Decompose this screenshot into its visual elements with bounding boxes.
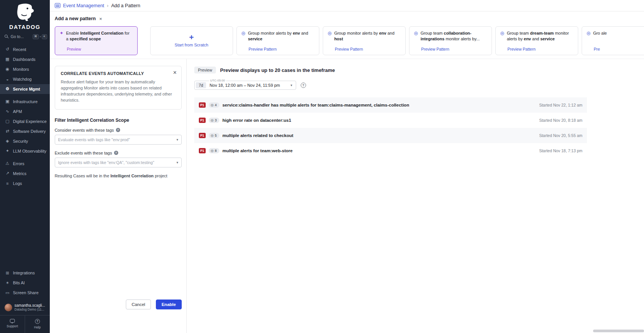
- preview-pattern-link[interactable]: Preview Pattern: [249, 47, 277, 51]
- case-title: high error rate on datacenter:us1: [222, 118, 291, 123]
- sidebar-item-label: Infrastructure: [13, 99, 38, 104]
- sidebar-item-integrations[interactable]: ⊞ Integrations: [0, 268, 50, 278]
- pattern-card-title: Enable Intelligent Correlation for a spe…: [66, 30, 133, 42]
- help-button[interactable]: ? Help: [25, 315, 50, 333]
- help-icon[interactable]: ?: [301, 83, 306, 88]
- sidebar-item-dashboards[interactable]: ▦ Dashboards: [0, 54, 50, 64]
- event-management-icon: [55, 3, 60, 8]
- correlation-panel: CORRELATE EVENTS AUTOMATICALLY × Reduce …: [50, 59, 187, 333]
- monitor-gauge-icon: ◎: [587, 30, 590, 36]
- software-delivery-icon: ⇄: [5, 129, 10, 134]
- case-row[interactable]: P1 ◎ 3 high error rate on datacenter:us1…: [194, 113, 587, 128]
- timeframe-shortcut-badge[interactable]: 7d: [196, 82, 206, 88]
- nav-group-products: ▣ Infrastructure ∿ APM ▢ Digital Experie…: [0, 97, 50, 156]
- pattern-card-title: Start from Scratch: [174, 42, 208, 48]
- sidebar-item-service-mgmt[interactable]: ⚙ Service Mgmt: [0, 84, 50, 94]
- goto-shortcut: ⌘ + K: [33, 34, 47, 39]
- sidebar-item-label: Logs: [13, 181, 22, 186]
- consider-tags-select[interactable]: Evaluate events with tags like "env:prod…: [55, 135, 182, 145]
- nav-group-main: ↺ Recent ▦ Dashboards ◉ Monitors ◒: [0, 45, 50, 94]
- panel-actions: Cancel Enable: [126, 300, 182, 309]
- monitor-count-badge: ◎ 3: [209, 118, 219, 123]
- add-pattern-header: Add a new pattern ×: [50, 11, 644, 26]
- correlate-events-description: Reduce alert fatigue for your team by au…: [61, 79, 176, 104]
- pattern-card-title: Gro ale: [593, 30, 607, 36]
- sidebar-item-recent[interactable]: ↺ Recent: [0, 45, 50, 54]
- exclude-tags-select[interactable]: Ignore events with tags like "env:QA", "…: [55, 158, 182, 167]
- cancel-button[interactable]: Cancel: [126, 300, 151, 309]
- card-content: ◎ Group monitor alerts by env and servic…: [241, 30, 314, 42]
- alert-count: 5: [215, 134, 217, 137]
- correlate-events-title: CORRELATE EVENTS AUTOMATICALLY: [61, 71, 176, 76]
- sidebar-item-apm[interactable]: ∿ APM: [0, 107, 50, 116]
- datadog-app: DATADOG Go to... ⌘ + K ↺ Recent: [0, 0, 644, 333]
- user-menu[interactable]: samantha.scagli... Datadog Demo (11...: [0, 300, 50, 315]
- pattern-card-start-from-scratch[interactable]: + Start from Scratch: [150, 26, 233, 55]
- content-area: CORRELATE EVENTS AUTOMATICALLY × Reduce …: [50, 59, 644, 333]
- pattern-card-env-service[interactable]: ◎ Group monitor alerts by env and servic…: [236, 26, 319, 55]
- sidebar-item-label: Software Delivery: [13, 129, 46, 134]
- pattern-card-env-host[interactable]: ◎ Group monitor alerts by env and host P…: [323, 26, 406, 55]
- card-content: ✦ Enable Intelligent Correlation for a s…: [60, 30, 133, 42]
- sidebar-item-label: Security: [13, 139, 28, 143]
- preview-link[interactable]: Preview: [67, 47, 81, 51]
- case-title: service:claims-handler has multiple aler…: [222, 103, 409, 107]
- errors-icon: ⚠: [5, 161, 10, 166]
- goto-search[interactable]: Go to... ⌘ + K: [0, 32, 50, 42]
- sidebar-item-monitors[interactable]: ◉ Monitors: [0, 64, 50, 74]
- screen-share-icon: ▭: [5, 290, 10, 295]
- logs-icon: ≡: [5, 181, 10, 186]
- user-org: Datadog Demo (11...: [14, 308, 45, 311]
- sidebar-item-metrics[interactable]: ↗ Metrics: [0, 169, 50, 178]
- sparkle-icon: ✦: [60, 30, 63, 36]
- apm-icon: ∿: [5, 109, 10, 114]
- support-button[interactable]: Support: [0, 315, 25, 333]
- collapse-icon[interactable]: ×: [99, 16, 102, 21]
- sidebar-item-security[interactable]: ◈ Security: [0, 136, 50, 146]
- close-icon[interactable]: ×: [173, 70, 176, 76]
- sidebar-item-label: Dashboards: [13, 57, 35, 62]
- sidebar-item-llm-observability[interactable]: ✦ LLM Observability: [0, 146, 50, 156]
- pattern-card-dream-team[interactable]: ◎ Group team dream-team monitor alerts b…: [495, 26, 578, 55]
- metrics-icon: ↗: [5, 171, 10, 176]
- main-area: Event Management › Add a Pattern Add a n…: [50, 0, 644, 333]
- pattern-card-collaboration-integrations[interactable]: ◎ Group team collaboration-integrations …: [409, 26, 492, 55]
- datadog-logo[interactable]: DATADOG: [0, 0, 50, 32]
- sidebar-item-screen-share[interactable]: ▭ Screen Share: [0, 288, 50, 298]
- sidebar-item-label: Bits AI: [13, 280, 25, 285]
- case-row[interactable]: P1 ◎ 8 multiple alerts for team:web-stor…: [194, 143, 587, 158]
- horizontal-scrollbar[interactable]: [593, 330, 644, 332]
- enable-button[interactable]: Enable: [156, 300, 182, 309]
- sidebar-item-logs[interactable]: ≡ Logs: [0, 178, 50, 188]
- sidebar-item-software-delivery[interactable]: ⇄ Software Delivery: [0, 126, 50, 136]
- monitor-icon: ◎: [211, 119, 214, 122]
- sidebar-item-errors[interactable]: ⚠ Errors: [0, 159, 50, 169]
- timeframe-picker[interactable]: UTC-05:00 7d Nov 18, 12:00 am – Nov 24, …: [194, 81, 296, 90]
- sidebar-item-infrastructure[interactable]: ▣ Infrastructure: [0, 97, 50, 107]
- pattern-card-clipped[interactable]: ◎ Gro ale Pre: [582, 26, 644, 55]
- consider-tags-label-row: Consider events with these tags ?: [55, 128, 182, 132]
- preview-pattern-link[interactable]: Pre: [594, 47, 600, 51]
- help-icon[interactable]: ?: [114, 151, 118, 155]
- help-icon[interactable]: ?: [116, 128, 120, 132]
- preview-pattern-link[interactable]: Preview Pattern: [508, 47, 536, 51]
- chevron-down-icon: ▾: [176, 161, 178, 164]
- timeframe-range: Nov 18, 12:00 am – Nov 24, 11:59 pm: [209, 83, 280, 88]
- case-row[interactable]: P1 ◎ 5 multiple alerts related to checko…: [194, 128, 587, 143]
- breadcrumb-chevron-icon: ›: [107, 3, 108, 8]
- security-icon: ◈: [5, 139, 10, 143]
- consider-tags-placeholder: Evaluate events with tags like "env:prod…: [58, 137, 130, 142]
- sidebar-item-bits-ai[interactable]: ✶ Bits AI: [0, 278, 50, 288]
- alert-count: 8: [215, 149, 217, 153]
- pattern-card-intelligent-correlation[interactable]: ✦ Enable Intelligent Correlation for a s…: [55, 26, 138, 55]
- case-row[interactable]: P1 ◎ 4 service:claims-handler has multip…: [194, 97, 587, 113]
- preview-pattern-link[interactable]: Preview Pattern: [335, 47, 363, 51]
- monitor-gauge-icon: ◎: [328, 30, 332, 36]
- card-content: ◎ Group team collaboration-integrations …: [414, 30, 487, 42]
- sidebar-item-digital-experience[interactable]: ▢ Digital Experience: [0, 116, 50, 126]
- case-started-timestamp: Started Nov 18, 7:13 pm: [531, 148, 582, 153]
- preview-pattern-link[interactable]: Preview Pattern: [421, 47, 449, 51]
- breadcrumb-event-management[interactable]: Event Management: [63, 3, 104, 8]
- sidebar-item-watchdog[interactable]: ◒ Watchdog: [0, 74, 50, 84]
- timezone-label: UTC-05:00: [209, 79, 226, 82]
